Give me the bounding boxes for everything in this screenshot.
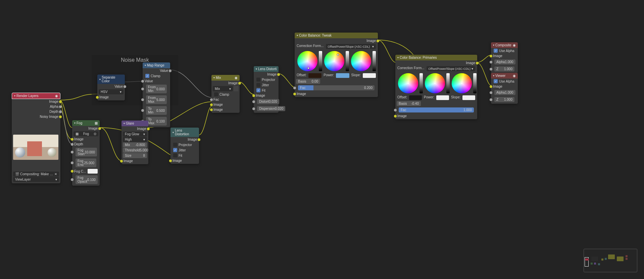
power-value-slider[interactable] — [346, 51, 349, 71]
to-min-field[interactable]: To Min0.500 — [146, 106, 167, 115]
socket-in-image[interactable] — [490, 55, 492, 57]
fog-end-field[interactable]: Fog End25.000 — [76, 158, 96, 167]
fac-slider[interactable]: Fac1.000 — [399, 107, 474, 112]
minimap[interactable] — [584, 249, 637, 272]
slope-color-wheel[interactable] — [351, 51, 371, 71]
node-fog[interactable]: ▾Fog▦ Image ▦Fog⊙ Image Depth Fog Start1… — [72, 120, 100, 186]
offset-color-wheel[interactable] — [297, 51, 317, 71]
node-separate-color[interactable]: ▾Separate Color Value HSV▾ Image — [97, 75, 125, 100]
clamp-checkbox[interactable]: Clamp — [211, 92, 240, 97]
socket-out-depth[interactable] — [59, 110, 62, 113]
power-value-slider[interactable] — [446, 73, 450, 93]
clamp-checkbox[interactable]: Clamp — [143, 73, 170, 79]
socket-in-image[interactable] — [252, 94, 255, 97]
shield-icon[interactable]: ⊙ — [94, 132, 96, 136]
socket-in-fac[interactable] — [210, 98, 213, 101]
socket-in-z[interactable] — [490, 98, 492, 101]
socket-out-image[interactable] — [198, 138, 200, 141]
node-composite[interactable]: ▾Composite◉ Use Alpha Image Alpha1.000 Z… — [491, 42, 518, 73]
slope-value-slider[interactable] — [373, 51, 376, 71]
socket-out-value[interactable] — [169, 69, 171, 72]
nodegroup-selector[interactable]: ▦Fog⊙ — [73, 131, 98, 136]
socket-in-depth[interactable] — [71, 143, 73, 146]
power-swatch[interactable] — [336, 73, 349, 78]
offset-value-slider[interactable] — [319, 51, 322, 71]
socket-out-alpha[interactable] — [59, 105, 62, 108]
basis-field[interactable]: Basis0.00 — [296, 79, 320, 84]
socket-in-image[interactable] — [120, 160, 123, 162]
offset-value-slider[interactable] — [419, 73, 423, 93]
socket-in-fogopacity[interactable] — [71, 178, 73, 181]
offset-swatch[interactable] — [409, 95, 422, 100]
socket-in-image[interactable] — [490, 85, 492, 88]
basis-field[interactable]: Basis-0.40 — [397, 101, 421, 106]
to-max-field[interactable]: To Max0.100 — [146, 117, 167, 126]
fit-checkbox[interactable]: Fit — [254, 88, 279, 93]
power-color-wheel[interactable] — [425, 73, 445, 93]
offset-swatch[interactable] — [308, 73, 321, 78]
socket-in-alpha[interactable] — [490, 61, 492, 63]
socket-in-fogstart[interactable] — [71, 151, 73, 153]
node-lens-distortion-2[interactable]: ▾Lens Distortion Image Projector Jitter … — [254, 66, 279, 113]
mix-field[interactable]: Mix-0.800 — [123, 142, 147, 147]
fac-slider[interactable]: Fac0.200 — [298, 85, 375, 90]
socket-in-tomin[interactable] — [141, 109, 144, 112]
fog-start-field[interactable]: Fog Start10.000 — [76, 148, 97, 156]
projector-checkbox[interactable]: Projector — [254, 77, 279, 82]
node-render-layers[interactable]: ▾Render Layers◉ Image Alpha Depth Noisy … — [12, 93, 60, 183]
socket-in-fac[interactable] — [394, 109, 397, 111]
close-icon[interactable]: ✕ — [54, 172, 57, 176]
viewlayer-dropdown[interactable]: ViewLayer▾ — [13, 177, 59, 182]
node-viewer[interactable]: ▾Viewer◉ Use Alpha Image Alpha1.000 Z1.0… — [491, 73, 518, 104]
glare-quality-dropdown[interactable]: High▾ — [123, 137, 147, 142]
socket-in-frommax[interactable] — [141, 98, 144, 101]
node-color-balance-tweak[interactable]: ▾Color Balance: Tweak Image Correction F… — [295, 33, 378, 97]
node-mix[interactable]: ▾Mix◉ Image Mix▾ Clamp Fac Image Image — [211, 75, 240, 113]
distort-field[interactable]: Distort0.020 — [257, 99, 279, 104]
glare-type-dropdown[interactable]: Fog Glow▾ — [123, 132, 147, 137]
socket-in-fac[interactable] — [293, 87, 296, 89]
socket-in-image2[interactable] — [210, 108, 213, 111]
socket-in-fogend[interactable] — [71, 161, 73, 164]
socket-in-image[interactable] — [169, 159, 172, 162]
mix-mode-dropdown[interactable]: Mix▾ — [213, 86, 233, 91]
socket-out-value[interactable] — [123, 85, 126, 88]
slope-swatch[interactable] — [363, 73, 376, 78]
power-swatch[interactable] — [436, 95, 449, 100]
node-color-balance-primaries[interactable]: ▾Color Balance: Primaries Image Correcti… — [395, 55, 477, 119]
node-map-range[interactable]: ▾Map Range Value Clamp Value From Min0.0… — [143, 62, 170, 127]
socket-in-value[interactable] — [141, 80, 144, 83]
power-color-wheel[interactable] — [324, 51, 344, 71]
z-field[interactable]: Z1.000 — [494, 97, 514, 102]
socket-out-image[interactable] — [238, 82, 241, 85]
jitter-checkbox[interactable]: Jitter — [170, 147, 199, 153]
slope-value-slider[interactable] — [473, 73, 477, 93]
mode-dropdown[interactable]: HSV▾ — [99, 89, 123, 94]
socket-in-image[interactable] — [293, 93, 296, 95]
socket-in-alpha[interactable] — [490, 91, 492, 94]
socket-out-noisy[interactable] — [59, 115, 62, 118]
from-max-field[interactable]: From Max5.000 — [146, 95, 167, 104]
threshold-field[interactable]: Threshold5.000 — [123, 148, 147, 153]
fog-opacity-field[interactable]: Fog Opacit0.100 — [76, 175, 98, 184]
fit-checkbox[interactable]: Fit — [170, 153, 199, 158]
socket-in-z[interactable] — [490, 68, 492, 71]
z-field[interactable]: Z1.000 — [494, 66, 514, 72]
socket-out-image[interactable] — [377, 40, 379, 42]
socket-out-image[interactable] — [59, 100, 62, 103]
mix-icon-button[interactable] — [234, 86, 238, 91]
socket-in-image[interactable] — [71, 138, 73, 141]
alpha-field[interactable]: Alpha1.000 — [494, 90, 515, 95]
socket-out-image[interactable] — [98, 127, 101, 130]
socket-in-image[interactable] — [394, 115, 397, 118]
projector-checkbox[interactable]: Projector — [170, 142, 199, 147]
slope-color-wheel[interactable] — [452, 73, 472, 93]
socket-in-frommin[interactable] — [141, 88, 144, 90]
scene-selector[interactable]: 🎬Compositing: Make Renders ...✕ — [13, 172, 59, 177]
node-lens-distortion-1[interactable]: ▾Lens Distortion Image Projector Jitter … — [170, 128, 199, 164]
socket-in-distort[interactable] — [252, 100, 255, 103]
from-min-field[interactable]: From Min0.000 — [146, 85, 167, 93]
socket-in-fogcolor[interactable] — [71, 170, 73, 173]
offset-color-wheel[interactable] — [398, 73, 418, 93]
node-glare[interactable]: ▾Glare Image Fog Glow▾ High▾ Mix-0.800 T… — [121, 121, 148, 164]
